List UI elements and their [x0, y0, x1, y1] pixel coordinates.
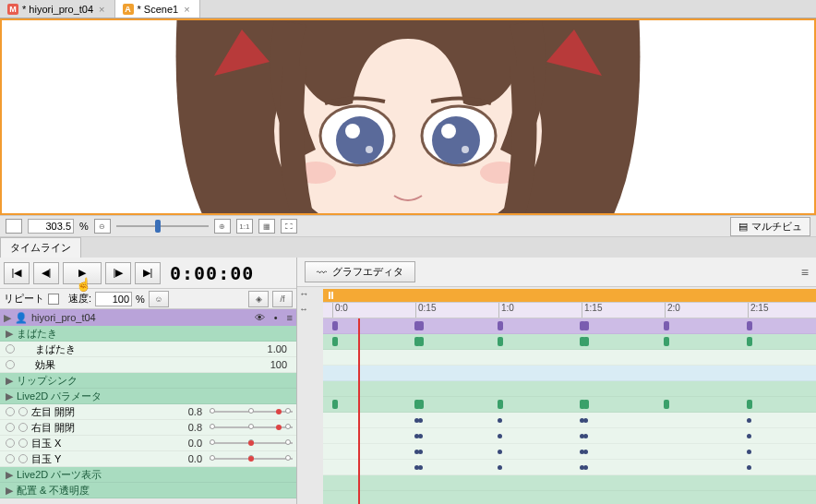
time-ruler[interactable]: 0:00:151:01:152:02:15: [323, 302, 816, 318]
lane[interactable]: [323, 460, 816, 475]
param-slider[interactable]: [210, 423, 293, 432]
lane[interactable]: [323, 475, 816, 491]
param-slider[interactable]: [210, 438, 293, 448]
lane[interactable]: [323, 381, 816, 397]
robot-icon[interactable]: ☺: [149, 291, 169, 307]
menu-icon[interactable]: ≡: [287, 312, 293, 323]
link-toggle[interactable]: [18, 423, 28, 432]
link-toggle[interactable]: [18, 407, 28, 416]
multiview-button[interactable]: ▤ マルチビュ: [730, 217, 810, 236]
keyframe[interactable]: [418, 400, 424, 409]
lane[interactable]: [323, 334, 816, 350]
lane[interactable]: [323, 366, 816, 381]
arrows-icon[interactable]: ↔: [299, 304, 308, 314]
lane[interactable]: [323, 413, 816, 428]
marker-icon[interactable]: ◈: [248, 291, 269, 307]
track-header[interactable]: ▶ 👤 hiyori_pro_t04 👁 • ≡: [0, 309, 296, 326]
keyframe[interactable]: [498, 400, 503, 409]
eye-icon[interactable]: 👁: [255, 312, 265, 323]
keyframe[interactable]: [583, 418, 588, 423]
keyframe[interactable]: [498, 450, 502, 454]
keyframe[interactable]: [498, 337, 503, 346]
zoom-slider[interactable]: [116, 219, 209, 234]
keyframe[interactable]: [418, 450, 423, 454]
keyframe[interactable]: [332, 321, 338, 330]
keyframe[interactable]: [747, 321, 752, 330]
tab-timeline[interactable]: タイムライン: [0, 237, 81, 258]
keyframe[interactable]: [418, 321, 424, 330]
repeat-checkbox[interactable]: [48, 294, 59, 305]
keyframe[interactable]: [332, 337, 338, 346]
file-tab-model[interactable]: M * hiyori_pro_t04 ×: [0, 0, 115, 18]
keyframe[interactable]: [498, 434, 502, 438]
frame-toggle[interactable]: [6, 219, 22, 234]
param-row[interactable]: 右目 開閉0.8: [0, 420, 296, 436]
keyframe-toggle[interactable]: [6, 454, 15, 463]
graph-editor-button[interactable]: 〰 グラフエディタ: [305, 261, 415, 282]
keyframe[interactable]: [664, 321, 669, 330]
speed-input[interactable]: [95, 292, 132, 306]
lane[interactable]: [323, 491, 816, 504]
keyframe[interactable]: [664, 337, 669, 346]
keyframe-toggle[interactable]: [6, 438, 15, 448]
param-row[interactable]: 左目 開閉0.8: [0, 404, 296, 420]
keyframe[interactable]: [583, 465, 588, 470]
file-tab-scene[interactable]: A * Scene1 ×: [115, 0, 200, 18]
param-slider[interactable]: [210, 454, 293, 463]
group-row[interactable]: ▶Live2D パラメータ: [0, 389, 296, 404]
keyframe[interactable]: [332, 400, 338, 409]
skip-end-button[interactable]: ▶|: [135, 262, 161, 284]
group-row[interactable]: ▶リップシンク: [0, 373, 296, 389]
grid-icon[interactable]: ▦: [258, 219, 275, 234]
keyframe[interactable]: [583, 337, 589, 346]
link-toggle[interactable]: [18, 438, 28, 448]
expand-icon[interactable]: ⛶: [281, 219, 297, 234]
step-back-button[interactable]: ◀|: [33, 262, 59, 284]
canvas-viewport[interactable]: [0, 18, 816, 215]
keyframe[interactable]: [583, 321, 589, 330]
lane[interactable]: [323, 397, 816, 413]
lanes[interactable]: [323, 318, 816, 504]
param-slider[interactable]: [210, 407, 293, 416]
keyframe[interactable]: [747, 434, 751, 438]
value-row[interactable]: まばたき1.00: [0, 342, 296, 357]
keyframe[interactable]: [418, 465, 423, 470]
zoom-input[interactable]: [28, 219, 74, 234]
hamburger-icon[interactable]: ≡: [801, 265, 809, 280]
keyframe[interactable]: [418, 434, 423, 438]
keyframe-toggle[interactable]: [6, 423, 15, 432]
close-icon[interactable]: ×: [97, 4, 106, 15]
value-row[interactable]: 効果100: [0, 357, 296, 373]
param-row[interactable]: 目玉 Y0.0: [0, 451, 296, 467]
close-icon[interactable]: ×: [182, 4, 191, 15]
step-fwd-button[interactable]: |▶: [105, 262, 131, 284]
zoom-out-icon[interactable]: ⊖: [94, 219, 111, 234]
lane[interactable]: [323, 428, 816, 444]
link-toggle[interactable]: [18, 454, 28, 463]
lane[interactable]: [323, 318, 816, 334]
keyframe-toggle[interactable]: [6, 344, 15, 354]
dot-icon[interactable]: •: [274, 312, 278, 323]
param-row[interactable]: 目玉 X0.0: [0, 436, 296, 451]
zoom-fit[interactable]: 1:1: [236, 219, 253, 234]
keyframe[interactable]: [747, 418, 751, 423]
group-row[interactable]: ▶配置 & 不透明度: [0, 483, 296, 498]
keyframe-toggle[interactable]: [6, 360, 15, 369]
group-row[interactable]: ▶Live2D パーツ表示: [0, 467, 296, 483]
keyframe[interactable]: [498, 418, 502, 423]
keyframe[interactable]: [583, 400, 589, 409]
keyframe[interactable]: [747, 400, 752, 409]
play-button[interactable]: ▶: [63, 262, 102, 284]
keyframe[interactable]: [418, 337, 424, 346]
skip-start-button[interactable]: |◀: [4, 262, 30, 284]
group-row[interactable]: ▶まばたき: [0, 326, 296, 342]
keyframe-toggle[interactable]: [6, 407, 15, 416]
playhead[interactable]: [358, 318, 360, 504]
arrows-icon[interactable]: ↔: [299, 288, 309, 299]
frame-btn[interactable]: /f: [272, 291, 293, 307]
keyframe[interactable]: [498, 321, 503, 330]
keyframe[interactable]: [664, 400, 669, 409]
lane[interactable]: [323, 444, 816, 460]
lane[interactable]: [323, 350, 816, 366]
keyframe[interactable]: [418, 418, 423, 423]
